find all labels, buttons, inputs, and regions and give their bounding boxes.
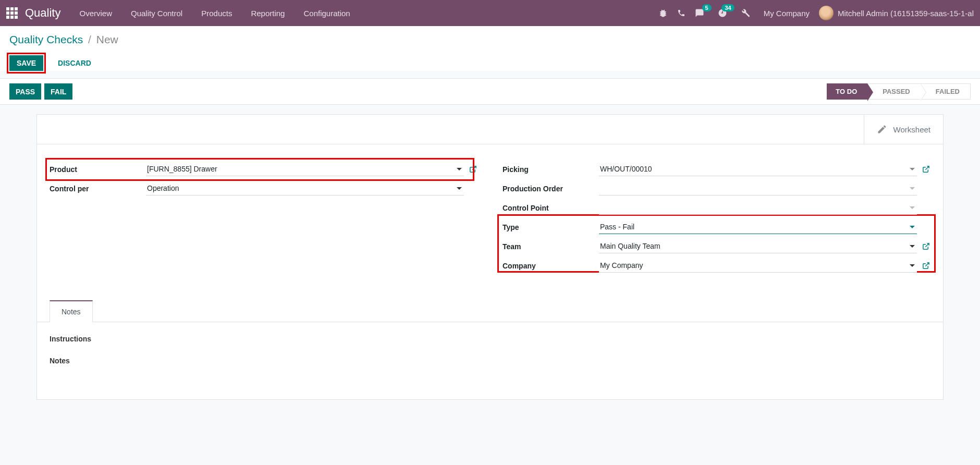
- pencil-icon: [877, 124, 887, 134]
- breadcrumb: Quality Checks / New: [9, 33, 971, 46]
- form-tabs: Notes: [37, 300, 943, 322]
- control-bar: Quality Checks / New SAVE DISCARD: [0, 26, 980, 71]
- messages-icon[interactable]: 5: [695, 8, 704, 18]
- form-right-col: Picking Production O: [503, 162, 930, 278]
- team-input[interactable]: [599, 239, 917, 253]
- nav-configuration[interactable]: Configuration: [303, 9, 350, 18]
- nav-overview[interactable]: Overview: [79, 9, 112, 18]
- status-todo[interactable]: TO DO: [827, 83, 868, 100]
- product-label: Product: [50, 165, 146, 174]
- activities-badge: 34: [721, 4, 734, 11]
- type-input[interactable]: [599, 220, 917, 234]
- breadcrumb-current: New: [96, 33, 118, 45]
- notes-label: Notes: [50, 357, 930, 365]
- production-order-input[interactable]: [599, 181, 917, 195]
- avatar: [819, 6, 834, 20]
- main-navbar: Quality Overview Quality Control Product…: [0, 0, 980, 26]
- control-point-input[interactable]: [599, 201, 917, 215]
- breadcrumb-sep: /: [88, 33, 91, 45]
- control-per-label: Control per: [50, 185, 146, 193]
- tab-notes[interactable]: Notes: [50, 300, 93, 322]
- discard-button[interactable]: DISCARD: [52, 56, 97, 70]
- external-link-icon[interactable]: [921, 242, 930, 250]
- worksheet-button[interactable]: Worksheet: [864, 115, 943, 144]
- nav-items: Overview Quality Control Products Report…: [79, 9, 350, 18]
- phone-icon[interactable]: [677, 9, 685, 17]
- external-link-icon[interactable]: [468, 165, 477, 173]
- status-passed[interactable]: PASSED: [867, 83, 921, 100]
- worksheet-label: Worksheet: [893, 125, 930, 134]
- breadcrumb-root[interactable]: Quality Checks: [9, 33, 83, 45]
- messages-badge: 5: [702, 4, 712, 11]
- activities-icon[interactable]: 34: [718, 8, 727, 18]
- nav-quality-control[interactable]: Quality Control: [131, 9, 182, 18]
- picking-label: Picking: [503, 165, 599, 174]
- instructions-label: Instructions: [50, 335, 930, 343]
- form-card: Worksheet Product: [36, 114, 944, 400]
- company-switcher[interactable]: My Company: [764, 9, 810, 18]
- tools-icon[interactable]: [741, 8, 750, 18]
- status-bar: PASS FAIL TO DO PASSED FAILED: [0, 79, 980, 105]
- bug-icon[interactable]: [658, 8, 668, 18]
- form-left-col: Product Control per: [50, 162, 477, 278]
- product-input[interactable]: [146, 162, 464, 176]
- save-button[interactable]: SAVE: [9, 55, 43, 71]
- nav-products[interactable]: Products: [201, 9, 232, 18]
- type-label: Type: [503, 223, 599, 231]
- picking-input[interactable]: [599, 162, 917, 176]
- control-per-input[interactable]: [146, 181, 464, 195]
- external-link-icon[interactable]: [921, 165, 930, 173]
- control-point-label: Control Point: [503, 204, 599, 212]
- external-link-icon[interactable]: [921, 262, 930, 270]
- company-input[interactable]: [599, 259, 917, 273]
- production-order-label: Production Order: [503, 185, 599, 193]
- user-menu[interactable]: Mitchell Admin (16151359-saas-15-1-al: [819, 6, 974, 20]
- pass-button[interactable]: PASS: [9, 83, 41, 100]
- team-label: Team: [503, 242, 599, 251]
- company-label: Company: [503, 262, 599, 270]
- tab-notes-body: Instructions Notes: [37, 322, 943, 399]
- status-pipeline: TO DO PASSED FAILED: [827, 83, 971, 100]
- apps-grid-icon[interactable]: [6, 7, 18, 19]
- status-failed[interactable]: FAILED: [921, 83, 971, 100]
- app-brand[interactable]: Quality: [25, 6, 60, 20]
- fail-button[interactable]: FAIL: [44, 83, 72, 100]
- user-name: Mitchell Admin (16151359-saas-15-1-al: [838, 9, 974, 18]
- nav-reporting[interactable]: Reporting: [251, 9, 285, 18]
